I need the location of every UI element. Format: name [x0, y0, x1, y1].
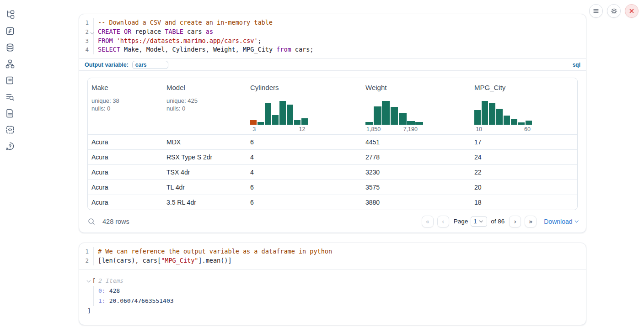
table-cell: 3.5 RL 4dr [163, 195, 247, 210]
chevron-down-icon [574, 219, 578, 222]
tree-entry-value: 428 [109, 287, 120, 294]
column-header: MPG_City1060 [471, 78, 577, 134]
chevron-down-icon [479, 219, 483, 222]
settings-button[interactable] [607, 4, 621, 18]
code-line: 2CREATE OR replace TABLE cars as [79, 27, 586, 37]
histogram-bar[interactable] [382, 101, 390, 125]
language-badge[interactable]: sql [573, 62, 580, 68]
file-tree-icon[interactable] [5, 10, 15, 19]
histogram-bar[interactable] [474, 110, 481, 125]
tree-entries: 0:4281:20.060747663551403 [93, 286, 578, 306]
histogram-bar[interactable] [504, 116, 510, 125]
histogram-bar[interactable] [265, 103, 271, 125]
fold-chevron-icon[interactable] [90, 31, 94, 34]
column-header: Makeunique: 38nulls: 0 [88, 78, 163, 134]
axis-label: 7,190 [403, 126, 418, 132]
histogram-bar[interactable] [482, 101, 488, 125]
table-cell: 6 [247, 135, 362, 149]
line-number: 4 [79, 45, 94, 54]
axis-label: 3 [252, 126, 256, 132]
tree-items-count: 2 Items [98, 276, 123, 286]
column-header: Cylinders312 [247, 78, 362, 134]
column-stats: unique: 38nulls: 0 [91, 97, 160, 112]
table-row[interactable]: AcuraTSX 4dr4323022 [88, 164, 577, 180]
search-button[interactable] [87, 217, 96, 226]
page-label: Page [454, 218, 468, 225]
first-page-button[interactable]: « [422, 216, 434, 227]
gear-icon [610, 7, 618, 15]
function-icon[interactable] [5, 26, 15, 36]
table-row[interactable]: AcuraMDX6445117 [88, 134, 577, 149]
page-select[interactable]: 1 [471, 217, 487, 227]
sidebar [0, 0, 20, 333]
table-cell: Acura [88, 165, 163, 180]
histogram-bar[interactable] [365, 122, 373, 125]
scroll-icon[interactable] [5, 76, 15, 85]
histogram-bar[interactable] [489, 103, 495, 125]
table-row[interactable]: Acura3.5 RL 4dr6388018 [88, 195, 577, 210]
tree-entry-key: 0: [98, 287, 106, 294]
table-cell: Acura [88, 135, 163, 149]
sql-code-editor[interactable]: 1-- Download a CSV and create an in-memo… [79, 14, 586, 58]
prev-page-button[interactable]: ‹ [437, 216, 449, 227]
tree-collapse-icon[interactable] [87, 279, 91, 282]
table-body: AcuraMDX6445117AcuraRSX Type S 2dr427782… [88, 134, 577, 210]
sql-cell: 1-- Download a CSV and create an in-memo… [79, 14, 586, 233]
column-histogram: 1060 [474, 101, 532, 132]
histogram-bar[interactable] [301, 118, 308, 125]
tree-root: [ 2 Items [87, 276, 578, 286]
histogram-bar[interactable] [287, 105, 293, 125]
histogram-bar[interactable] [496, 109, 503, 125]
python-code-editor[interactable]: 1# We can reference the output variable … [79, 243, 586, 270]
database-icon[interactable] [5, 43, 15, 52]
help-icon[interactable] [5, 142, 15, 151]
output-tree: [ 2 Items 0:4281:20.060747663551403 ] [79, 270, 586, 316]
histogram-bar[interactable] [272, 115, 279, 125]
histogram-bar[interactable] [407, 121, 415, 125]
histogram-bar[interactable] [374, 106, 381, 125]
axis-label: 60 [524, 126, 531, 132]
search-icon [87, 217, 96, 226]
snippets-icon[interactable] [5, 125, 15, 134]
table-cell: Acura [88, 150, 163, 164]
table-cell: 6 [247, 195, 362, 210]
histogram-bar[interactable] [279, 101, 286, 125]
dependency-graph-icon[interactable] [5, 59, 15, 69]
histogram-bar[interactable] [511, 119, 517, 125]
table-row[interactable]: AcuraTL 4dr6357520 [88, 180, 577, 195]
histogram-bar[interactable] [294, 120, 301, 125]
table-row[interactable]: AcuraRSX Type S 2dr4277824 [88, 149, 577, 164]
output-variable-input[interactable] [132, 61, 168, 69]
close-button[interactable] [625, 4, 639, 18]
next-page-button[interactable]: › [509, 216, 521, 227]
download-button[interactable]: Download [544, 218, 578, 225]
column-name: Cylinders [250, 84, 359, 91]
sql-output-area: Makeunique: 38nulls: 0Modelunique: 425nu… [79, 71, 586, 210]
table-cell: 4 [247, 150, 362, 164]
output-variable-label: Output variable: [85, 62, 129, 68]
table-cell: 17 [471, 135, 577, 149]
line-number: 1 [79, 18, 94, 27]
histogram-bar[interactable] [258, 122, 264, 125]
menu-button[interactable] [589, 4, 603, 18]
histogram-bar[interactable] [391, 107, 398, 125]
histogram-bar[interactable] [250, 120, 257, 125]
tree-entry-value: 20.060747663551403 [109, 297, 174, 304]
table-header: Makeunique: 38nulls: 0Modelunique: 425nu… [88, 78, 577, 134]
python-cell: 1# We can reference the output variable … [79, 243, 586, 325]
tree-entry: 1:20.060747663551403 [98, 296, 578, 306]
table-cell: 22 [471, 165, 577, 180]
axis-label: 12 [299, 126, 305, 132]
column-stat: nulls: 0 [91, 105, 160, 113]
document-icon[interactable] [5, 109, 15, 118]
column-name: Model [166, 84, 244, 91]
histogram-bar[interactable] [399, 113, 407, 125]
close-icon [628, 8, 635, 14]
table-cell: 6 [247, 180, 362, 195]
code-line: 1# We can reference the output variable … [79, 247, 586, 256]
search-list-icon[interactable] [5, 92, 15, 101]
last-page-button[interactable]: » [525, 216, 537, 227]
column-stat: unique: 425 [166, 97, 244, 105]
histogram-bar[interactable] [526, 121, 532, 125]
table-cell: TL 4dr [163, 180, 247, 195]
